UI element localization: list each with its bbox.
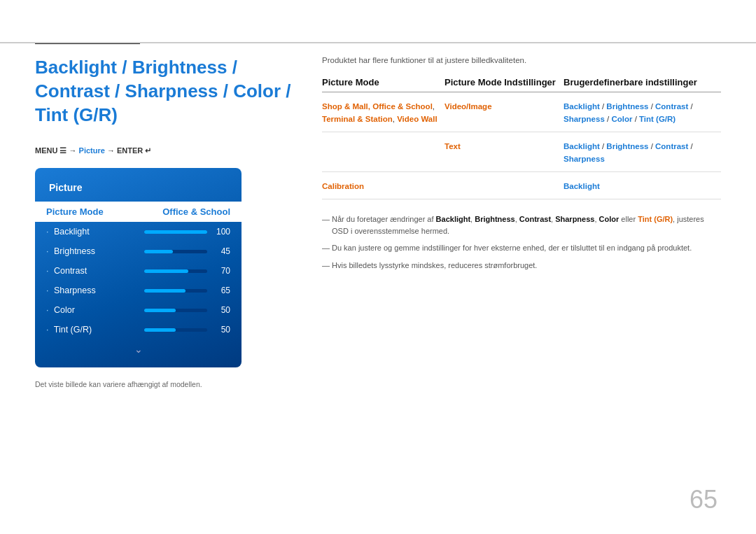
sharpness-value: 65: [213, 286, 230, 295]
backlight-value: 100: [213, 227, 230, 237]
menu-path: MENU ☰ → Picture → ENTER ↵: [35, 146, 294, 155]
main-title: Backlight / Brightness / Contrast / Shar…: [35, 56, 294, 127]
col-header-2: Picture Mode Indstillinger: [444, 77, 564, 87]
note-2: Du kan justere og gemme indstillinger fo…: [322, 242, 721, 254]
brightness-value: 45: [213, 246, 230, 256]
brightness-fill: [144, 250, 173, 253]
page-number: 65: [690, 485, 718, 514]
backlight-label: · Backlight: [46, 227, 102, 237]
backlight-slider-group: 100: [144, 227, 230, 237]
contrast-value: 70: [213, 266, 230, 276]
intro-text: Produktet har flere funktioner til at ju…: [322, 56, 721, 64]
contrast-fill: [144, 269, 188, 273]
row3-calibration: Calibration: [322, 182, 364, 190]
menu-box: Picture Picture Mode Office & School · B…: [35, 168, 241, 367]
picture-link: Picture: [79, 146, 105, 155]
contrast-row[interactable]: · Contrast 70: [35, 261, 241, 281]
left-column: Backlight / Brightness / Contrast / Shar…: [35, 56, 294, 388]
sharpness-label: · Sharpness: [46, 286, 102, 295]
table-header: Picture Mode Picture Mode Indstillinger …: [322, 77, 721, 92]
caption-note: Det viste billede kan variere afhængigt …: [35, 380, 294, 388]
row3-mode: Calibration: [322, 179, 444, 192]
note-1: Når du foretager ændringer af Backlight,…: [322, 213, 721, 237]
sharpness-fill: [144, 289, 186, 293]
backlight-fill: [144, 230, 207, 234]
contrast-label: · Contrast: [46, 266, 102, 276]
contrast-slider-group: 70: [144, 266, 230, 276]
tint-bar: [144, 328, 207, 332]
col-header-1: Picture Mode: [322, 77, 444, 87]
color-bar: [144, 309, 207, 312]
row2-backlight: Backlight: [564, 142, 600, 150]
right-column: Produktet har flere funktioner til at ju…: [322, 56, 721, 388]
color-value: 50: [213, 305, 230, 315]
row1-user-settings: Backlight / Brightness / Contrast / Shar…: [564, 99, 721, 125]
contrast-bar: [144, 269, 207, 273]
row1-video-image: Video/Image: [444, 102, 492, 111]
row1-mode: Shop & Mall, Office & School, Terminal &…: [322, 99, 444, 125]
row3-backlight: Backlight: [564, 182, 600, 190]
top-separator: [0, 42, 756, 43]
color-fill: [144, 309, 176, 312]
color-row[interactable]: · Color 50: [35, 300, 241, 320]
picture-mode-label: Picture Mode: [46, 206, 104, 217]
brightness-bar: [144, 250, 207, 253]
note-3: Hvis billedets lysstyrke mindskes, reduc…: [322, 260, 721, 272]
row1-user-settings-text: Backlight: [564, 102, 600, 111]
menu-label: MENU: [35, 146, 57, 155]
col-header-3: Brugerdefinerbare indstillinger: [564, 77, 721, 87]
row1-office: Office & School: [372, 102, 433, 111]
row2-user-settings: Backlight / Brightness / Contrast / Shar…: [564, 139, 721, 164]
row1-videowall: Video Wall: [397, 115, 438, 123]
sharpness-slider-group: 65: [144, 286, 230, 295]
sharpness-bar: [144, 289, 207, 293]
brightness-row[interactable]: · Brightness 45: [35, 241, 241, 261]
brightness-slider-group: 45: [144, 246, 230, 256]
picture-mode-row[interactable]: Picture Mode Office & School: [35, 202, 241, 222]
row1-terminal: Terminal & Station: [322, 115, 393, 123]
table-row: Calibration Backlight: [322, 172, 721, 199]
sharpness-row[interactable]: · Sharpness 65: [35, 281, 241, 300]
table-row: Text Backlight / Brightness / Contrast /…: [322, 132, 721, 172]
table-row: Shop & Mall, Office & School, Terminal &…: [322, 92, 721, 132]
row1-mode-text: Shop & Mall: [322, 102, 368, 111]
chevron-down-icon[interactable]: ⌄: [35, 339, 241, 356]
arrow1: →: [69, 146, 79, 155]
page: Backlight / Brightness / Contrast / Shar…: [0, 0, 756, 534]
row1-settings: Video/Image: [444, 99, 564, 112]
menu-box-title: Picture: [35, 179, 241, 202]
row2-settings: Text: [444, 139, 564, 152]
tint-label: · Tint (G/R): [46, 325, 102, 335]
arrow2: → ENTER ↵: [107, 146, 151, 155]
tint-slider-group: 50: [144, 325, 230, 335]
tint-row[interactable]: · Tint (G/R) 50: [35, 320, 241, 339]
row3-user-settings: Backlight: [564, 179, 721, 192]
picture-mode-value: Office & School: [162, 206, 230, 217]
color-label: · Color: [46, 305, 102, 315]
menu-icon: ☰: [59, 146, 69, 155]
brightness-label: · Brightness: [46, 246, 102, 256]
backlight-bar: [144, 230, 207, 234]
tint-fill: [144, 328, 176, 332]
backlight-row[interactable]: · Backlight 100: [35, 222, 241, 241]
color-slider-group: 50: [144, 305, 230, 315]
tint-value: 50: [213, 325, 230, 335]
row2-text: Text: [444, 142, 461, 150]
table: Picture Mode Picture Mode Indstillinger …: [322, 77, 721, 199]
content-area: Backlight / Brightness / Contrast / Shar…: [0, 0, 756, 416]
notes-section: Når du foretager ændringer af Backlight,…: [322, 213, 721, 271]
